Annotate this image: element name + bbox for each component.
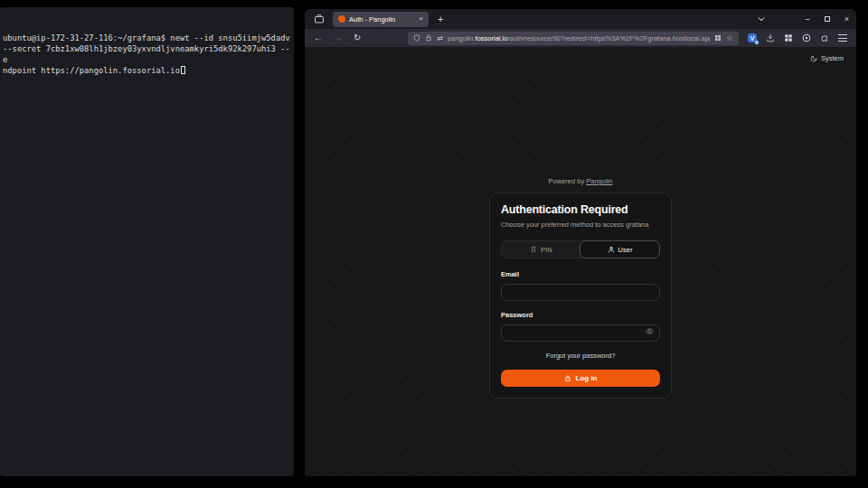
terminal-line: ndpoint https://pangolin.fossorial.io — [3, 66, 180, 75]
firefox-view-icon[interactable] — [314, 14, 325, 24]
apps-grid-icon[interactable] — [784, 33, 793, 42]
tab-auth-pangolin[interactable]: Auth - Pangolin × — [333, 12, 429, 27]
login-button[interactable]: Log in — [501, 370, 660, 387]
url-path: /auth/resource/90?redirect=https%3A%2F%2… — [507, 34, 710, 42]
reload-button[interactable]: ↻ — [354, 33, 361, 42]
url-text: pangolin.fossorial.io/auth/resource/90?r… — [448, 34, 710, 42]
terminal-line: --secret 7cbz1xw08lh1jbzey03yxvndljvneam… — [3, 43, 291, 65]
pangolin-favicon-icon — [338, 15, 345, 23]
https-lock-icon[interactable] — [425, 34, 432, 42]
desktop: ubuntu@ip-172-31-27-116:~/grafana$ newt … — [0, 0, 868, 488]
card-title: Authentication Required — [501, 203, 660, 216]
moon-icon — [810, 55, 817, 62]
tab-close-icon[interactable]: × — [419, 15, 423, 23]
email-label: Email — [501, 270, 660, 278]
target-extension-icon[interactable] — [802, 33, 811, 42]
pangolin-link[interactable]: Pangolin — [586, 177, 612, 185]
url-bar[interactable]: ⇄ pangolin.fossorial.io/auth/resource/90… — [408, 32, 739, 45]
tab-user-label: User — [618, 246, 633, 254]
toolbar-icons: V — [748, 33, 847, 42]
auth-card: Authentication Required Choose your pref… — [489, 192, 672, 399]
user-icon — [608, 246, 615, 253]
powered-by-text: Powered by — [549, 177, 585, 185]
menu-hamburger-icon[interactable] — [838, 34, 847, 42]
terminal-window[interactable]: ubuntu@ip-172-31-27-116:~/grafana$ newt … — [0, 7, 294, 476]
forward-button[interactable]: → — [334, 33, 343, 42]
auth-page: System Powered by Pangolin Authenticatio… — [305, 47, 856, 476]
theme-toggle[interactable]: System — [810, 54, 844, 62]
keypad-icon — [530, 246, 537, 253]
show-password-eye-icon[interactable] — [646, 327, 654, 335]
permissions-swap-icon[interactable]: ⇄ — [437, 34, 443, 42]
terminal-line: ubuntu@ip-172-31-27-116:~/grafana$ newt … — [3, 33, 291, 43]
password-field-wrap — [501, 323, 660, 342]
tab-bar: Auth - Pangolin × + – × — [305, 9, 856, 29]
blue-extension-icon[interactable]: V — [748, 33, 757, 42]
extensions-puzzle-icon[interactable] — [820, 33, 829, 42]
tab-pin-label: PIN — [541, 246, 552, 254]
container-grid-icon[interactable] — [714, 34, 722, 42]
theme-label: System — [821, 54, 844, 62]
forgot-password-link[interactable]: Forgot your password? — [501, 352, 660, 360]
extension-letter: V — [750, 35, 755, 42]
card-subtitle: Choose your preferred method to access g… — [501, 221, 660, 229]
email-input[interactable] — [501, 284, 660, 301]
tab-user[interactable]: User — [580, 240, 660, 258]
window-minimize-button[interactable]: – — [806, 15, 810, 23]
downloads-icon[interactable] — [766, 33, 775, 42]
navigation-toolbar: ← → ↻ ⇄ pangolin.fossorial.io/auth/resou… — [305, 29, 856, 47]
browser-window: Auth - Pangolin × + – × ← → ↻ ⇄ pangolin… — [305, 9, 856, 476]
email-field-wrap — [501, 282, 660, 301]
lock-icon — [564, 375, 571, 382]
tab-pin[interactable]: PIN — [502, 241, 580, 258]
auth-method-tabs: PIN User — [501, 240, 660, 258]
password-input[interactable] — [501, 324, 660, 342]
url-subdomain: pangolin. — [448, 34, 475, 42]
password-label: Password — [501, 311, 660, 319]
window-maximize-button[interactable] — [825, 16, 830, 22]
powered-by: Powered by Pangolin — [549, 177, 613, 185]
list-tabs-chevron-icon[interactable] — [757, 14, 766, 23]
auth-container: Powered by Pangolin Authentication Requi… — [305, 177, 856, 399]
tab-title: Auth - Pangolin — [349, 15, 415, 23]
new-tab-button[interactable]: + — [438, 14, 443, 24]
window-close-button[interactable]: × — [844, 15, 849, 23]
terminal-cursor — [181, 66, 185, 74]
login-button-label: Log in — [576, 374, 598, 382]
tracking-shield-icon[interactable] — [413, 34, 420, 42]
extension-badge — [755, 41, 759, 44]
back-button[interactable]: ← — [314, 33, 323, 42]
bookmark-star-icon[interactable]: ☆ — [726, 34, 733, 42]
url-domain: fossorial.io — [476, 34, 508, 42]
